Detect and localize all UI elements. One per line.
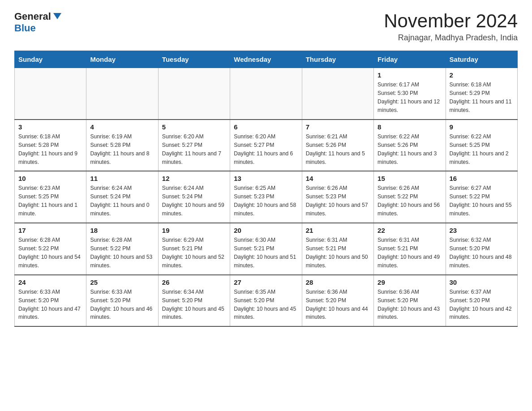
calendar-cell: 9Sunrise: 6:22 AMSunset: 5:25 PMDaylight… (446, 120, 517, 171)
day-number: 1 (378, 71, 442, 79)
day-info: Sunrise: 6:33 AMSunset: 5:20 PMDaylight:… (18, 288, 82, 322)
page-header: General Blue November 2024 Rajnagar, Mad… (14, 11, 518, 43)
logo-area: General Blue (14, 11, 61, 34)
day-info: Sunrise: 6:36 AMSunset: 5:20 PMDaylight:… (306, 288, 370, 322)
month-title: November 2024 (384, 11, 518, 31)
calendar-table: SundayMondayTuesdayWednesdayThursdayFrid… (14, 51, 518, 327)
day-number: 20 (234, 227, 298, 234)
day-info: Sunrise: 6:21 AMSunset: 5:26 PMDaylight:… (306, 133, 370, 167)
weekday-header-tuesday: Tuesday (158, 51, 230, 68)
day-info: Sunrise: 6:24 AMSunset: 5:24 PMDaylight:… (90, 184, 154, 218)
day-number: 13 (234, 175, 298, 182)
calendar-cell: 3Sunrise: 6:18 AMSunset: 5:28 PMDaylight… (15, 120, 86, 171)
day-info: Sunrise: 6:33 AMSunset: 5:20 PMDaylight:… (90, 288, 154, 322)
day-number: 30 (450, 278, 514, 286)
weekday-header-saturday: Saturday (446, 51, 517, 68)
day-number: 6 (234, 123, 298, 131)
calendar-cell: 19Sunrise: 6:29 AMSunset: 5:21 PMDayligh… (158, 223, 230, 275)
calendar-cell (15, 68, 86, 120)
calendar-cell: 10Sunrise: 6:23 AMSunset: 5:25 PMDayligh… (15, 171, 86, 223)
day-number: 18 (90, 227, 154, 234)
calendar-week-row: 17Sunrise: 6:28 AMSunset: 5:22 PMDayligh… (15, 223, 518, 275)
calendar-cell: 23Sunrise: 6:32 AMSunset: 5:20 PMDayligh… (446, 223, 517, 275)
calendar-cell: 24Sunrise: 6:33 AMSunset: 5:20 PMDayligh… (15, 275, 86, 327)
day-info: Sunrise: 6:35 AMSunset: 5:20 PMDaylight:… (234, 288, 298, 322)
day-info: Sunrise: 6:24 AMSunset: 5:24 PMDaylight:… (162, 184, 226, 218)
calendar-cell: 17Sunrise: 6:28 AMSunset: 5:22 PMDayligh… (15, 223, 86, 275)
day-number: 28 (306, 278, 370, 286)
day-info: Sunrise: 6:32 AMSunset: 5:20 PMDaylight:… (450, 236, 514, 270)
day-info: Sunrise: 6:37 AMSunset: 5:20 PMDaylight:… (450, 288, 514, 322)
calendar-cell: 13Sunrise: 6:25 AMSunset: 5:23 PMDayligh… (230, 171, 302, 223)
day-info: Sunrise: 6:23 AMSunset: 5:25 PMDaylight:… (18, 184, 82, 218)
calendar-week-row: 3Sunrise: 6:18 AMSunset: 5:28 PMDaylight… (15, 120, 518, 171)
day-number: 23 (450, 227, 514, 234)
weekday-header-thursday: Thursday (302, 51, 373, 68)
day-info: Sunrise: 6:30 AMSunset: 5:21 PMDaylight:… (234, 236, 298, 270)
calendar-cell: 4Sunrise: 6:19 AMSunset: 5:28 PMDaylight… (86, 120, 158, 171)
day-info: Sunrise: 6:20 AMSunset: 5:27 PMDaylight:… (162, 133, 226, 167)
day-number: 11 (90, 175, 154, 182)
day-number: 17 (18, 227, 82, 234)
day-number: 14 (306, 175, 370, 182)
calendar-cell (302, 68, 373, 120)
weekday-header-monday: Monday (86, 51, 158, 68)
calendar-body: 1Sunrise: 6:17 AMSunset: 5:30 PMDaylight… (15, 68, 518, 327)
logo-blue-text: Blue (14, 22, 36, 34)
title-area: November 2024 Rajnagar, Madhya Pradesh, … (384, 11, 518, 43)
day-info: Sunrise: 6:28 AMSunset: 5:22 PMDaylight:… (18, 236, 82, 270)
calendar-cell: 6Sunrise: 6:20 AMSunset: 5:27 PMDaylight… (230, 120, 302, 171)
day-info: Sunrise: 6:31 AMSunset: 5:21 PMDaylight:… (306, 236, 370, 270)
day-number: 26 (162, 278, 226, 286)
day-number: 8 (378, 123, 442, 131)
day-info: Sunrise: 6:31 AMSunset: 5:21 PMDaylight:… (378, 236, 442, 270)
calendar-week-row: 1Sunrise: 6:17 AMSunset: 5:30 PMDaylight… (15, 68, 518, 120)
day-number: 15 (378, 175, 442, 182)
day-number: 22 (378, 227, 442, 234)
day-number: 5 (162, 123, 226, 131)
day-info: Sunrise: 6:20 AMSunset: 5:27 PMDaylight:… (234, 133, 298, 167)
calendar-cell: 29Sunrise: 6:36 AMSunset: 5:20 PMDayligh… (374, 275, 446, 327)
day-info: Sunrise: 6:19 AMSunset: 5:28 PMDaylight:… (90, 133, 154, 167)
calendar-week-row: 10Sunrise: 6:23 AMSunset: 5:25 PMDayligh… (15, 171, 518, 223)
logo-blue: Blue (14, 22, 36, 34)
logo-general: General (14, 11, 51, 22)
calendar-header: SundayMondayTuesdayWednesdayThursdayFrid… (15, 51, 518, 68)
day-number: 10 (18, 175, 82, 182)
calendar-cell (230, 68, 302, 120)
weekday-header-row: SundayMondayTuesdayWednesdayThursdayFrid… (15, 51, 518, 68)
calendar-cell: 12Sunrise: 6:24 AMSunset: 5:24 PMDayligh… (158, 171, 230, 223)
weekday-header-friday: Friday (374, 51, 446, 68)
calendar-cell: 20Sunrise: 6:30 AMSunset: 5:21 PMDayligh… (230, 223, 302, 275)
calendar-cell: 22Sunrise: 6:31 AMSunset: 5:21 PMDayligh… (374, 223, 446, 275)
logo: General (14, 11, 61, 22)
calendar-cell: 11Sunrise: 6:24 AMSunset: 5:24 PMDayligh… (86, 171, 158, 223)
day-number: 16 (450, 175, 514, 182)
calendar-cell: 5Sunrise: 6:20 AMSunset: 5:27 PMDaylight… (158, 120, 230, 171)
calendar-cell: 27Sunrise: 6:35 AMSunset: 5:20 PMDayligh… (230, 275, 302, 327)
calendar-cell: 8Sunrise: 6:22 AMSunset: 5:26 PMDaylight… (374, 120, 446, 171)
day-number: 19 (162, 227, 226, 234)
day-info: Sunrise: 6:17 AMSunset: 5:30 PMDaylight:… (378, 81, 442, 115)
calendar-cell: 1Sunrise: 6:17 AMSunset: 5:30 PMDaylight… (374, 68, 446, 120)
day-number: 2 (450, 71, 514, 79)
calendar-cell: 16Sunrise: 6:27 AMSunset: 5:22 PMDayligh… (446, 171, 517, 223)
location-label: Rajnagar, Madhya Pradesh, India (384, 33, 518, 43)
day-info: Sunrise: 6:27 AMSunset: 5:22 PMDaylight:… (450, 184, 514, 218)
day-info: Sunrise: 6:18 AMSunset: 5:28 PMDaylight:… (18, 133, 82, 167)
day-info: Sunrise: 6:18 AMSunset: 5:29 PMDaylight:… (450, 81, 514, 115)
day-info: Sunrise: 6:22 AMSunset: 5:25 PMDaylight:… (450, 133, 514, 167)
day-info: Sunrise: 6:29 AMSunset: 5:21 PMDaylight:… (162, 236, 226, 270)
day-number: 25 (90, 278, 154, 286)
day-info: Sunrise: 6:25 AMSunset: 5:23 PMDaylight:… (234, 184, 298, 218)
day-number: 29 (378, 278, 442, 286)
day-info: Sunrise: 6:36 AMSunset: 5:20 PMDaylight:… (378, 288, 442, 322)
calendar-cell: 7Sunrise: 6:21 AMSunset: 5:26 PMDaylight… (302, 120, 373, 171)
day-info: Sunrise: 6:34 AMSunset: 5:20 PMDaylight:… (162, 288, 226, 322)
calendar-week-row: 24Sunrise: 6:33 AMSunset: 5:20 PMDayligh… (15, 275, 518, 327)
day-number: 12 (162, 175, 226, 182)
calendar-cell: 14Sunrise: 6:26 AMSunset: 5:23 PMDayligh… (302, 171, 373, 223)
calendar-cell: 25Sunrise: 6:33 AMSunset: 5:20 PMDayligh… (86, 275, 158, 327)
day-info: Sunrise: 6:26 AMSunset: 5:22 PMDaylight:… (378, 184, 442, 218)
day-info: Sunrise: 6:26 AMSunset: 5:23 PMDaylight:… (306, 184, 370, 218)
